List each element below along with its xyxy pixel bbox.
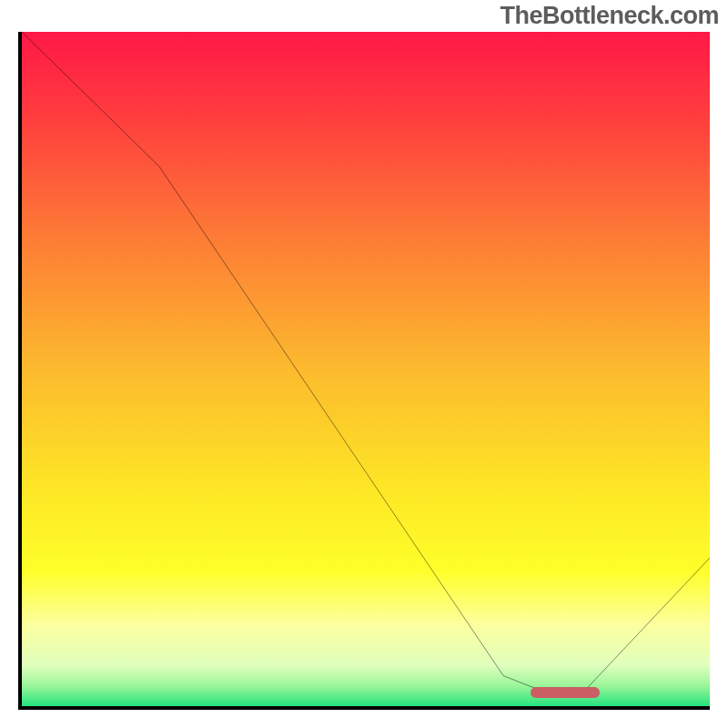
chart-container: TheBottleneck.com <box>0 0 728 728</box>
x-axis <box>18 706 710 710</box>
chart-frame <box>18 32 710 710</box>
plot-area <box>22 32 710 706</box>
bottleneck-curve <box>22 32 710 706</box>
optimal-range-marker <box>531 687 600 698</box>
watermark-text: TheBottleneck.com <box>500 2 719 30</box>
